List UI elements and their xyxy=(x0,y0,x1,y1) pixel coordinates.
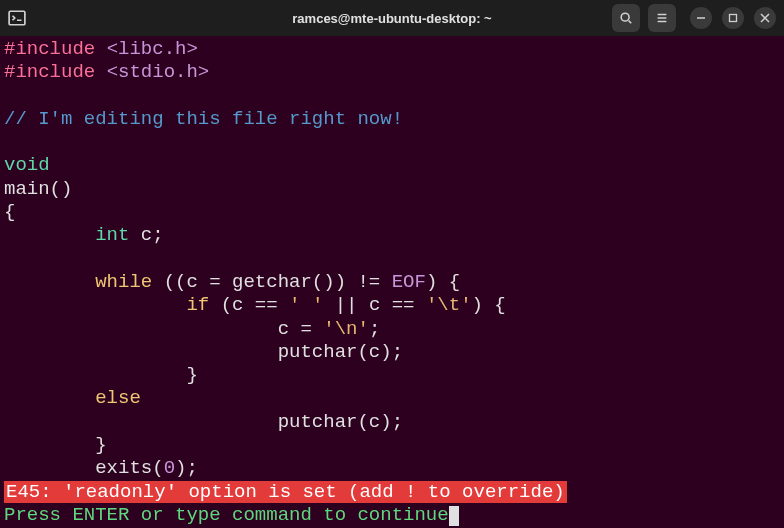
maximize-button[interactable] xyxy=(722,7,744,29)
code-line: #include <stdio.h> xyxy=(4,61,209,83)
preproc-token: #include xyxy=(4,38,107,60)
error-message: E45: 'readonly' option is set (add ! to … xyxy=(4,481,567,503)
error-text: E45: 'readonly' option is set (add ! to … xyxy=(4,481,567,503)
minimize-button[interactable] xyxy=(690,7,712,29)
code-line: void xyxy=(4,154,50,176)
terminal-icon xyxy=(8,9,26,27)
type-token: int xyxy=(95,224,129,246)
code-line: exits(0); xyxy=(4,457,198,479)
svg-rect-0 xyxy=(9,11,25,25)
keyword-token: else xyxy=(95,387,141,409)
code-line: { xyxy=(4,201,15,223)
string-token: '\n' xyxy=(323,318,369,340)
close-button[interactable] xyxy=(754,7,776,29)
prompt-text: Press ENTER or type command to continue xyxy=(4,504,449,526)
keyword-token: if xyxy=(186,294,209,316)
code-line: } xyxy=(4,434,107,456)
header-token: <stdio.h> xyxy=(107,61,210,83)
number-token: 0 xyxy=(164,457,175,479)
editor-content[interactable]: #include <libc.h> #include <stdio.h> // … xyxy=(0,36,784,528)
string-token: ' ' xyxy=(289,294,323,316)
titlebar: ramces@mte-ubuntu-desktop: ~ xyxy=(0,0,784,36)
code-line: else xyxy=(4,387,141,409)
code-line: while ((c = getchar()) != EOF) { xyxy=(4,271,460,293)
svg-rect-2 xyxy=(730,15,737,22)
keyword-token: while xyxy=(95,271,152,293)
code-line: // I'm editing this file right now! xyxy=(4,108,403,130)
search-button[interactable] xyxy=(612,4,640,32)
code-line: main() xyxy=(4,178,72,200)
code-line: if (c == ' ' || c == '\t') { xyxy=(4,294,506,316)
code-line: #include <libc.h> xyxy=(4,38,198,60)
const-token: EOF xyxy=(392,271,426,293)
cursor xyxy=(449,506,459,526)
code-line: c = '\n'; xyxy=(4,318,380,340)
menu-button[interactable] xyxy=(648,4,676,32)
comment-token: // I'm editing this file right now! xyxy=(4,108,403,130)
code-line: putchar(c); xyxy=(4,341,403,363)
preproc-token: #include xyxy=(4,61,107,83)
code-line: int c; xyxy=(4,224,164,246)
type-token: void xyxy=(4,154,50,176)
code-line: putchar(c); xyxy=(4,411,403,433)
code-line: } xyxy=(4,364,198,386)
string-token: '\t' xyxy=(426,294,472,316)
header-token: <libc.h> xyxy=(107,38,198,60)
window-title: ramces@mte-ubuntu-desktop: ~ xyxy=(292,11,491,26)
svg-point-1 xyxy=(621,13,629,21)
prompt-message: Press ENTER or type command to continue xyxy=(4,504,459,526)
